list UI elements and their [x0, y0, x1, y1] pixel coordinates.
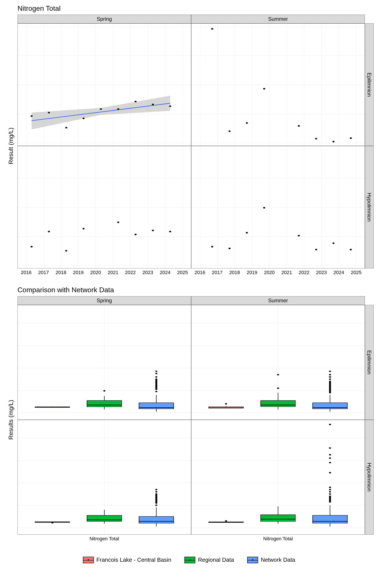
svg-point-129 — [329, 462, 331, 463]
x-tick: 2024 — [333, 270, 344, 275]
svg-point-7 — [117, 108, 120, 110]
svg-point-25 — [152, 230, 154, 231]
facet-col-summer: Summer — [191, 15, 365, 23]
x-tick: 2024 — [160, 270, 170, 275]
svg-point-20 — [48, 231, 50, 232]
svg-point-5 — [82, 118, 85, 119]
svg-point-130 — [329, 457, 331, 459]
facet-row-hypo: Hypolimnion — [365, 146, 374, 268]
svg-point-128 — [329, 472, 331, 473]
svg-point-8 — [135, 101, 137, 102]
boxpanel-spring-hypo: 01234 — [17, 420, 191, 535]
svg-point-11 — [211, 28, 213, 30]
x-tick: 2020 — [264, 270, 275, 275]
svg-point-14 — [263, 88, 265, 90]
x-tick: 2025 — [177, 270, 188, 275]
svg-point-10 — [169, 106, 171, 107]
x-axis-summer: 2016201720182019202020212022202320242025 — [191, 268, 365, 277]
svg-point-16 — [315, 138, 317, 140]
svg-point-6 — [100, 108, 102, 110]
svg-point-133 — [329, 424, 331, 425]
svg-point-84 — [329, 374, 331, 375]
svg-point-45 — [155, 391, 158, 392]
x-axis-label-summer: Nitrogen Total — [191, 535, 365, 548]
legend-item: Francois Lake - Central Basin — [83, 557, 171, 563]
svg-rect-64 — [261, 401, 295, 407]
x-axis-label-spring: Nitrogen Total — [17, 535, 191, 548]
svg-point-85 — [329, 371, 331, 372]
svg-point-57 — [155, 373, 158, 374]
y-axis-label-1: Result (mg/L) — [4, 23, 17, 268]
panel-summer-epi — [191, 23, 365, 146]
svg-point-31 — [298, 235, 300, 237]
x-tick: 2018 — [229, 270, 240, 275]
svg-point-2 — [31, 115, 33, 117]
panel-summer-hypo — [191, 146, 365, 268]
legend-item: Network Data — [247, 557, 295, 563]
svg-point-19 — [31, 246, 33, 247]
chart-title-2: Comparison with Network Data — [17, 286, 374, 294]
legend-label: Francois Lake - Central Basin — [96, 557, 171, 563]
svg-point-24 — [135, 234, 137, 235]
svg-point-123 — [329, 496, 331, 497]
svg-point-132 — [329, 447, 331, 449]
x-tick: 2022 — [299, 270, 310, 275]
legend-label: Regional Data — [198, 557, 234, 563]
svg-point-23 — [117, 222, 120, 223]
svg-point-18 — [350, 137, 352, 139]
svg-point-111 — [225, 520, 227, 521]
svg-point-82 — [329, 378, 331, 380]
svg-point-67 — [277, 374, 279, 375]
svg-point-28 — [228, 248, 230, 249]
svg-point-124 — [329, 493, 331, 494]
svg-point-29 — [246, 232, 248, 234]
facet-col-summer-2: Summer — [191, 296, 365, 305]
svg-point-22 — [82, 228, 85, 229]
x-tick: 2021 — [281, 270, 292, 275]
svg-point-12 — [228, 130, 230, 132]
panel-spring-epi: 0.200.250.300.350.40 — [17, 23, 191, 146]
svg-point-89 — [51, 522, 54, 523]
facet-row-epi: Epilimnion — [365, 23, 374, 146]
svg-point-66 — [277, 388, 279, 389]
svg-point-107 — [155, 489, 158, 490]
svg-rect-94 — [139, 517, 174, 523]
svg-point-13 — [246, 122, 248, 124]
boxpanel-summer-epi — [191, 305, 365, 420]
facet-col-spring-2: Spring — [17, 296, 191, 305]
x-tick: 2016 — [21, 270, 31, 275]
legend: Francois Lake - Central BasinRegional Da… — [4, 557, 374, 563]
x-tick: 2016 — [194, 270, 205, 275]
svg-point-26 — [169, 231, 171, 232]
svg-point-34 — [350, 249, 352, 251]
x-tick: 2022 — [125, 270, 136, 275]
scatter-facet-grid: Spring Summer Result (mg/L) 0.200.250.30… — [4, 15, 374, 277]
svg-point-9 — [152, 104, 154, 105]
svg-point-62 — [225, 403, 227, 404]
svg-point-125 — [329, 491, 331, 492]
svg-point-33 — [333, 242, 335, 244]
svg-point-127 — [329, 487, 331, 488]
legend-item: Regional Data — [184, 557, 234, 563]
svg-rect-116 — [313, 515, 347, 523]
svg-point-96 — [155, 505, 158, 506]
svg-point-55 — [155, 378, 158, 380]
svg-point-17 — [333, 141, 335, 142]
facet-row-hypo-2: Hypolimnion — [365, 420, 374, 535]
svg-point-30 — [263, 207, 265, 208]
svg-point-83 — [329, 376, 331, 378]
x-tick: 2021 — [108, 270, 118, 275]
y-axis-label-2: Results (mg/L) — [4, 305, 17, 535]
svg-point-131 — [329, 454, 331, 455]
box-facet-grid: Spring Summer Results (mg/L) 01234 Epili… — [4, 296, 374, 548]
svg-point-21 — [65, 250, 67, 252]
svg-point-41 — [103, 390, 106, 392]
svg-point-4 — [65, 127, 67, 128]
x-tick: 2017 — [212, 270, 223, 275]
svg-rect-91 — [87, 515, 122, 521]
x-tick: 2018 — [55, 270, 66, 275]
legend-label: Network Data — [261, 557, 295, 563]
x-axis-spring: 2016201720182019202020212022202320242025 — [17, 268, 191, 277]
boxpanel-spring-epi: 01234 — [17, 305, 191, 420]
x-tick: 2019 — [73, 270, 83, 275]
